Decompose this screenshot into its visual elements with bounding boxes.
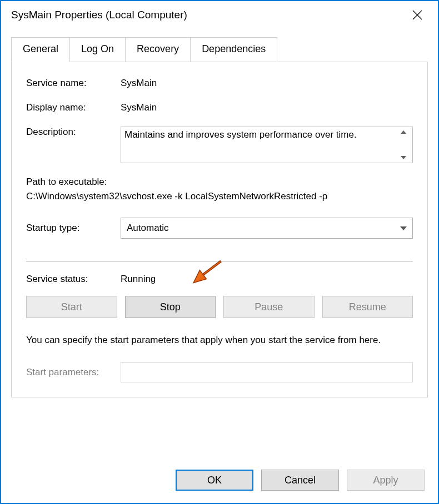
tab-pane-general: Service name: SysMain Display name: SysM… — [11, 62, 428, 397]
separator — [26, 261, 413, 261]
properties-dialog: SysMain Properties (Local Computer) Gene… — [0, 0, 439, 504]
service-name-value: SysMain — [121, 78, 413, 89]
start-button: Start — [26, 296, 117, 318]
tab-general[interactable]: General — [11, 37, 70, 62]
resume-button: Resume — [322, 296, 413, 318]
description-box: Maintains and improves system performanc… — [121, 127, 413, 163]
display-name-label: Display name: — [26, 102, 121, 113]
startup-type-label: Startup type: — [26, 223, 121, 234]
apply-button: Apply — [347, 470, 425, 491]
service-status-label: Service status: — [26, 274, 121, 285]
tab-recovery[interactable]: Recovery — [125, 37, 191, 62]
ok-button[interactable]: OK — [176, 470, 253, 491]
scroll-up-icon — [401, 130, 406, 134]
titlebar: SysMain Properties (Local Computer) — [1, 1, 438, 29]
cancel-button[interactable]: Cancel — [261, 470, 339, 491]
path-value: C:\Windows\system32\svchost.exe -k Local… — [26, 191, 413, 202]
display-name-value: SysMain — [121, 102, 413, 113]
description-text: Maintains and improves system performanc… — [124, 129, 398, 160]
tab-strip: General Log On Recovery Dependencies — [11, 37, 428, 62]
tab-logon[interactable]: Log On — [69, 37, 126, 62]
window-title: SysMain Properties (Local Computer) — [11, 9, 187, 21]
service-status-value: Running — [121, 274, 156, 285]
path-label: Path to executable: — [26, 177, 413, 188]
close-button[interactable] — [405, 6, 430, 24]
scroll-down-icon — [401, 156, 406, 159]
stop-button[interactable]: Stop — [125, 296, 216, 318]
startup-type-value: Automatic — [127, 223, 169, 234]
service-name-label: Service name: — [26, 78, 121, 89]
start-params-label: Start parameters: — [26, 367, 121, 378]
close-icon — [412, 10, 422, 20]
startup-type-select[interactable]: Automatic — [121, 218, 413, 239]
hint-text: You can specify the start parameters tha… — [26, 334, 413, 347]
tab-container: General Log On Recovery Dependencies Ser… — [1, 37, 438, 397]
tab-dependencies[interactable]: Dependencies — [190, 37, 277, 62]
chevron-down-icon — [400, 226, 407, 230]
description-label: Description: — [26, 127, 121, 138]
start-params-input — [121, 362, 413, 382]
pause-button: Pause — [223, 296, 315, 318]
dialog-footer: OK Cancel Apply — [1, 460, 438, 503]
annotation-arrow-icon — [192, 257, 225, 290]
description-scroll[interactable] — [398, 129, 409, 160]
